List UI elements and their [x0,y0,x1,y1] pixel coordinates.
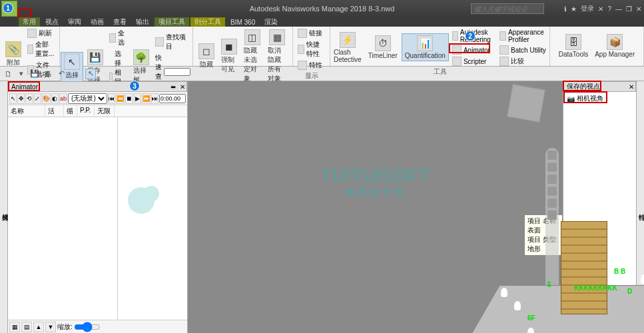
datatools-button[interactable]: 🗄DataTools [556,33,591,59]
nav-zoom-icon[interactable] [547,174,557,184]
close-icon[interactable]: ✕ [636,5,641,13]
qat-undo[interactable]: ↶ [56,69,67,79]
3d-viewport[interactable]: TUITUISOFT腿腿教学网 项目 名称: 表面项目 类型: 地形 5B B … [188,81,563,333]
nav-pan-icon[interactable] [547,163,557,172]
savesel-button[interactable]: 💾保存选择 [85,48,106,86]
annotation-2: 2 [465,31,476,41]
tb-rewind[interactable]: ⏮ [108,93,115,104]
del-scene[interactable]: ▤ [21,322,32,332]
tb-scale[interactable]: ⤢ [34,93,41,104]
scripter-button[interactable]: Scripter [450,56,496,67]
watermark-logo [125,180,164,220]
tb-capture[interactable]: ab [59,93,67,104]
menu-animation[interactable]: 动画 [87,17,108,27]
timeliner-button[interactable]: ⏱TimeLiner [366,34,400,61]
finditems-button[interactable]: 查找项目 [153,32,192,52]
qat-save[interactable]: 💾 [29,69,40,79]
menu-viewpoint[interactable]: 视点 [41,17,63,27]
annotation-3: 3 [129,81,140,91]
menu-bim360[interactable]: BIM 360 [226,19,259,26]
appprofiler-button[interactable]: Appearance Profiler [497,28,549,44]
tb-move[interactable]: ✥ [17,93,25,104]
group-display: 显示 [305,71,318,81]
savedvp-close-icon[interactable]: ✕ [629,83,634,91]
refresh-button[interactable]: 刷新 [25,28,57,39]
hideunsel-button[interactable]: ◫隐藏未选定对象 [241,28,264,85]
unhideall-button[interactable]: ▦取消隐藏所有对象 [265,28,290,85]
tb-rotate[interactable]: ⟲ [25,93,33,104]
tb-stepback[interactable]: ⏪ [116,93,125,104]
animator-tree[interactable] [8,117,118,320]
quantification-button[interactable]: 📊Quantification [402,33,449,61]
tb-transparency[interactable]: ◐ [51,93,59,104]
window-title: Autodesk Navisworks Manage 2018 8-3.nwd [250,5,395,13]
menu-output[interactable]: 输出 [132,17,153,27]
col-name: 名称 [8,105,45,117]
menu-itemtools[interactable]: 项目工具 [155,17,189,27]
links-button[interactable]: 链接 [296,28,327,39]
animator-panel: Animator 3 ⬌ ✕ ↖ ✥ ⟲ ⤢ 🎨 ◐ ab (无场景) ⏮ ⏪ … [8,81,188,333]
selectall-button[interactable]: 全选 [107,28,129,48]
compare-button[interactable]: 比较 [497,56,549,67]
nav-look-icon[interactable] [547,198,557,208]
star-icon[interactable]: ★ [571,5,577,13]
qat-print[interactable]: 🖶 [43,69,53,79]
tb-play[interactable]: ▶ [134,93,141,104]
help-icon[interactable]: ? [607,5,611,13]
scene-down[interactable]: ▼ [45,322,56,332]
system-buttons: ℹ ★ 登录 ✕ ? — ❐ ✕ [564,4,641,13]
panel-pin-icon[interactable]: ⬌ [170,83,176,91]
info-icon[interactable]: ℹ [564,5,567,13]
qat-select[interactable]: ↖ [85,69,96,79]
resetall-button[interactable]: 全部 重置... [25,39,57,59]
tb-stepfwd[interactable]: ⏩ [142,93,151,104]
scene-up[interactable]: ▲ [33,322,44,332]
nav-wheel-icon[interactable] [547,151,557,160]
group-tools: 工具 [434,67,447,77]
scene-select[interactable]: (无场景) [68,93,107,104]
col-loop: 循 [64,105,77,117]
zoom-label: 缩放: [57,322,73,332]
add-scene[interactable]: ▦ [9,322,20,332]
maximize-icon[interactable]: ❐ [626,5,632,13]
quickprops-button[interactable]: 快捷特性 [296,39,327,59]
tb-color[interactable]: 🎨 [42,93,51,104]
scene-content: 5B B DA 6F3 3 KKKKKKKKKK KKKKKKKKK [474,208,644,333]
svg-point-1 [143,186,159,202]
append-button[interactable]: 📎附加 [3,40,24,69]
props-button[interactable]: 特性 [296,60,327,71]
annotation-1: 1 [3,3,13,13]
close1-icon[interactable]: ✕ [598,5,603,13]
require-button[interactable]: ◼强制可见 [218,37,240,75]
menu-review[interactable]: 审阅 [64,17,85,27]
zoom-slider[interactable] [74,322,101,332]
animator-timeline[interactable] [118,117,187,320]
menubar: 常用 视点 审阅 动画 查看 输出 项目工具 剖分工具 BIM 360 渲染 [0,17,644,27]
col-pp: P.P. [77,105,95,117]
nav-orbit-icon[interactable] [547,186,557,196]
tb-end[interactable]: ⏭ [151,93,159,104]
selection-tree-tab[interactable]: 选择树 [0,81,8,333]
search-input[interactable] [471,3,544,14]
tb-cursor[interactable]: ↖ [9,93,17,104]
menu-view[interactable]: 查看 [109,17,131,27]
qat-new[interactable]: 🗋 [3,69,13,79]
qat-open[interactable]: ▾ [16,69,27,79]
menu-home[interactable]: 常用 [19,17,40,27]
batchutil-button[interactable]: Batch Utility [497,45,549,55]
login-button[interactable]: 登录 [581,4,594,13]
viewcube[interactable] [507,84,545,123]
menu-section[interactable]: 剖分工具 [190,17,225,27]
ribbon: 📎附加 刷新 全部 重置... 文件 选项 项目 ▾ ↖选择 💾保存选择 全选 … [0,27,644,67]
tb-stop[interactable]: ⏹ [125,93,133,104]
appmanager-button[interactable]: 📦App Manager [592,33,637,59]
time-input[interactable] [159,94,186,103]
panel-close-icon[interactable]: ✕ [180,83,185,91]
minimize-icon[interactable]: — [615,5,622,13]
menu-render[interactable]: 渲染 [260,17,282,27]
hide-button[interactable]: ◻隐藏 [196,42,217,71]
clash-button[interactable]: ⚡Clash Detective [331,31,364,65]
animator-button[interactable]: Animator [450,45,496,55]
col-inf: 无限 [95,105,115,117]
callout-menu [17,9,32,17]
